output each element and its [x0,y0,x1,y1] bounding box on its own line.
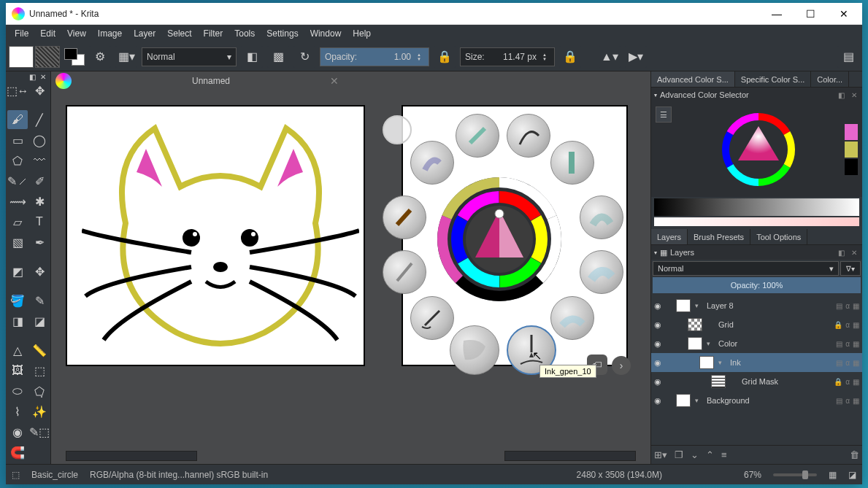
expand-icon[interactable]: ▾ [695,302,702,309]
alpha-icon[interactable]: α [845,321,850,329]
opacity-lock-button[interactable]: 🔒 [434,46,456,68]
tab-layers[interactable]: Layers [651,229,688,244]
duplicate-layer-button[interactable]: ❐ [675,449,683,460]
layer-style-icon[interactable]: ▦ [853,359,859,367]
lock-icon[interactable]: 🔒 [834,378,842,386]
layer-blend-mode-select[interactable]: Normal▾ [653,261,839,276]
menu-file[interactable]: File [9,27,34,40]
zoom-slider[interactable] [773,473,817,476]
layer-style-icon[interactable]: ▦ [853,321,859,329]
menu-filter[interactable]: Filter [198,27,229,40]
size-slider[interactable]: Size: 11.47 px ▲▼ [460,47,555,66]
contiguous-select-tool[interactable]: ✨ [29,402,50,421]
move-down-button[interactable]: ⌄ [691,449,699,460]
shade-strip-1[interactable] [654,198,859,216]
brush-preset-9[interactable] [410,296,454,340]
swatch-1[interactable] [845,106,858,123]
assistant-tool[interactable]: △ [7,341,28,360]
ellipse-select-tool[interactable]: ⬭ [7,382,28,400]
text-tool[interactable]: T [29,212,50,231]
freehand-path-tool[interactable]: ✐ [29,171,50,190]
brush-preset-5[interactable] [383,195,426,239]
measure-tool[interactable]: 📏 [29,341,50,360]
shade-strip-2[interactable] [654,217,859,226]
layer-opacity-slider[interactable]: Opacity: 100% [653,277,861,293]
menu-edit[interactable]: Edit [34,27,61,40]
visibility-icon[interactable]: ◉ [654,377,667,387]
bezier-select-tool[interactable]: ✎⬚ [29,422,50,441]
layer-style-icon[interactable]: ▦ [853,302,859,310]
pattern-swatch[interactable] [35,46,60,68]
hscrollbar-1[interactable] [66,451,197,461]
menu-settings[interactable]: Settings [261,27,304,40]
visibility-icon[interactable]: ◉ [654,396,667,406]
tab-tool-options[interactable]: Tool Options [750,229,807,244]
alpha-icon[interactable]: α [845,359,850,367]
layer-style-icon[interactable]: ▦ [853,340,859,348]
eraser-toggle-button[interactable]: ◧ [241,46,263,68]
menu-tools[interactable]: Tools [228,27,261,40]
layers-float-icon[interactable]: ◧ [836,247,846,257]
menu-layer[interactable]: Layer [128,27,161,40]
panel-float-icon[interactable]: ◧ [836,90,846,100]
bezier-tool[interactable]: ✎⟋ [7,171,28,190]
menu-view[interactable]: View [61,27,92,40]
brush-preset-2[interactable] [507,114,550,158]
fill-tool[interactable]: 🪣 [7,291,28,310]
canvas-page-1[interactable] [66,105,365,366]
palette-next-button[interactable]: › [612,356,631,375]
panel-close-icon[interactable]: ✕ [849,90,859,100]
swatch-4[interactable] [845,159,858,175]
menu-window[interactable]: Window [304,27,347,40]
menu-select[interactable]: Select [161,27,197,40]
layer-style-icon[interactable]: ▦ [853,378,859,386]
edit-shapes-tool[interactable]: ▱ [7,212,28,231]
move-up-button[interactable]: ⌃ [706,449,714,460]
expand-icon[interactable]: ▾ [707,340,714,347]
canvas-rotation-button[interactable]: ▦ [829,470,837,480]
multibrush-tool[interactable]: ✱ [29,192,50,211]
visibility-icon[interactable]: ◉ [654,339,667,349]
layer-filter-button[interactable]: ∇▾ [840,261,861,276]
color-picker-tool[interactable]: ✎ [29,291,50,310]
swatch-2[interactable] [845,124,858,140]
brush-preset-7[interactable] [383,250,426,294]
visibility-icon[interactable]: ◉ [654,320,667,330]
hscrollbar-2[interactable] [504,451,636,461]
tab-specific-color[interactable]: Specific Color S... [735,71,811,87]
color-wheel-icon[interactable] [722,113,795,186]
menu-image[interactable]: Image [92,27,128,40]
line-tool[interactable]: ╱ [29,110,50,129]
alpha-icon[interactable]: α [845,378,850,386]
palette-center[interactable] [437,177,561,301]
document-tab[interactable]: Unnamed ✕ [76,71,346,90]
layer-row[interactable]: ◉▾Color▤ α ▦ [651,334,862,353]
tab-color[interactable]: Color... [811,71,849,87]
layer-row[interactable]: ◉▾Ink▤ α ▦ [651,353,862,372]
brush-preset-8[interactable] [580,250,623,294]
alpha-icon[interactable]: α [845,302,850,310]
tab-brush-presets[interactable]: Brush Presets [688,229,750,244]
inherit-alpha-icon[interactable]: ▤ [836,397,842,405]
layer-properties-button[interactable]: ≡ [721,449,727,460]
opacity-slider[interactable]: Opacity: 1.00 ▲▼ [320,47,429,66]
inherit-alpha-icon[interactable]: ▤ [836,359,842,367]
tab-close-icon[interactable]: ✕ [330,75,339,87]
crop-tool[interactable]: ◩ [7,262,28,281]
mirror-horizontal-button[interactable]: ▲▾ [599,46,621,68]
visibility-icon[interactable]: ◉ [654,358,667,368]
move-tool-2[interactable]: ✥ [29,262,50,281]
gradient-swatch[interactable] [9,46,34,68]
gradient-tool[interactable]: ◨ [7,311,28,330]
reload-preset-button[interactable]: ↻ [293,46,315,68]
magnetic-select-tool[interactable]: 🧲 [7,443,28,462]
brush-preset-1[interactable] [456,114,499,158]
minimize-button[interactable]: — [760,3,794,25]
mirror-vertical-button[interactable]: ▶▾ [625,46,647,68]
delete-layer-button[interactable]: 🗑 [850,449,859,460]
alpha-lock-button[interactable]: ▩ [267,46,289,68]
layer-row[interactable]: ◉Grid Mask🔒 α ▦ [651,372,862,391]
visibility-icon[interactable]: ◉ [654,301,667,311]
transform-tool[interactable]: ⬚↔ [7,81,28,100]
tab-advanced-color[interactable]: Advanced Color S... [651,71,735,87]
